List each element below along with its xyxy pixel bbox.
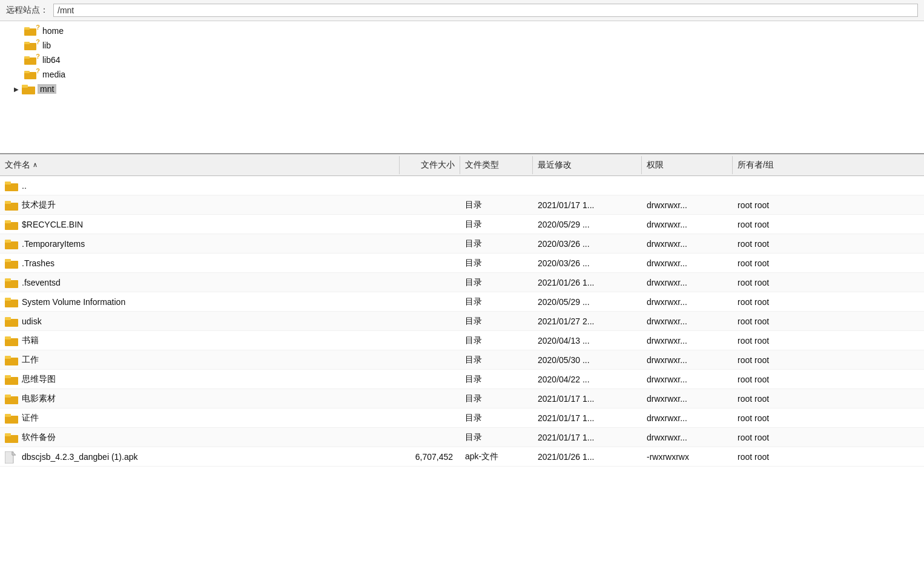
td-name: 技术提升 (0, 197, 400, 213)
svg-rect-19 (5, 259, 11, 262)
remote-path-input[interactable] (53, 4, 918, 17)
td-size (400, 358, 460, 362)
folder-icon-lib64: ? (24, 54, 40, 65)
tree-item-lib64[interactable]: ? lib64 (0, 53, 924, 67)
table-row[interactable]: udisk 目录 2021/01/27 2... drwxrwxr... roo… (0, 312, 924, 331)
tree-item-media[interactable]: ? media (0, 67, 924, 82)
folder-icon (5, 413, 18, 424)
table-row[interactable]: .TemporaryItems 目录 2020/03/26 ... drwxrw… (0, 234, 924, 254)
table-row[interactable]: .Trashes 目录 2020/03/26 ... drwxrwxr... r… (0, 254, 924, 273)
svg-rect-11 (5, 182, 11, 185)
file-name: .TemporaryItems (22, 239, 85, 249)
td-owner: root root (733, 353, 924, 367)
td-permissions: drwxrwxr... (642, 275, 733, 290)
table-row[interactable]: System Volume Information 目录 2020/05/29 … (0, 292, 924, 312)
td-owner: root root (733, 217, 924, 232)
th-permissions[interactable]: 权限 (642, 156, 733, 174)
table-row[interactable]: 软件备份 目录 2021/01/17 1... drwxrwxr... root… (0, 428, 924, 447)
svg-rect-15 (5, 220, 11, 223)
td-permissions: drwxrwxr... (642, 256, 733, 270)
table-row[interactable]: 证件 目录 2021/01/17 1... drwxrwxr... root r… (0, 408, 924, 428)
table-row[interactable]: $RECYCLE.BIN 目录 2020/05/29 ... drwxrwxr.… (0, 215, 924, 234)
td-type: 目录 (460, 372, 533, 387)
th-owner[interactable]: 所有者/组 (733, 156, 924, 174)
td-owner: root root (733, 411, 924, 425)
td-modified: 2020/05/29 ... (533, 295, 642, 309)
file-name: 书籍 (22, 335, 39, 346)
folder-icon-home: ? (24, 25, 40, 36)
td-modified: 2021/01/17 1... (533, 198, 642, 212)
th-name-label: 文件名 (5, 160, 30, 171)
td-size (400, 222, 460, 227)
file-name: 技术提升 (22, 200, 56, 211)
table-row[interactable]: 思维导图 目录 2020/04/22 ... drwxrwxr... root … (0, 370, 924, 389)
svg-rect-7 (24, 71, 30, 73)
td-name: .TemporaryItems (0, 236, 400, 252)
td-size (400, 319, 460, 324)
td-size (400, 261, 460, 266)
question-mark: ? (36, 24, 40, 31)
td-permissions (642, 183, 733, 188)
th-modified[interactable]: 最近修改 (533, 156, 642, 174)
file-name: udisk (22, 316, 42, 326)
th-type[interactable]: 文件类型 (460, 156, 533, 174)
svg-rect-31 (5, 375, 11, 378)
tree-item-mnt[interactable]: ▶ mnt (0, 82, 924, 96)
td-owner: root root (733, 372, 924, 387)
th-size[interactable]: 文件大小 (400, 156, 460, 174)
table-row[interactable]: dbscjsb_4.2.3_dangbei (1).apk 6,707,452 … (0, 447, 924, 467)
tree-item-label-lib64: lib64 (42, 55, 61, 65)
file-name: 软件备份 (22, 432, 56, 443)
td-size (400, 183, 460, 188)
td-permissions: drwxrwxr... (642, 198, 733, 212)
td-owner: root root (733, 333, 924, 348)
td-type: 目录 (460, 313, 533, 329)
sort-arrow-icon: ∧ (33, 161, 38, 169)
td-size (400, 338, 460, 343)
table-row[interactable]: 工作 目录 2020/05/30 ... drwxrwxr... root ro… (0, 350, 924, 370)
td-modified: 2020/04/22 ... (533, 372, 642, 387)
table-row[interactable]: 技术提升 目录 2021/01/17 1... drwxrwxr... root… (0, 195, 924, 215)
file-name: .fseventsd (22, 278, 61, 287)
td-type: 目录 (460, 333, 533, 349)
svg-rect-35 (5, 414, 11, 417)
svg-rect-3 (24, 42, 30, 44)
th-name[interactable]: 文件名 ∧ (0, 156, 400, 174)
main-container: 远程站点： ? home ? (0, 0, 924, 570)
th-modified-label: 最近修改 (538, 160, 572, 171)
folder-icon-media: ? (24, 69, 40, 80)
td-permissions: drwxrwxr... (642, 430, 733, 445)
tree-item-label-lib: lib (42, 41, 51, 50)
td-type: apk-文件 (460, 449, 533, 465)
td-modified: 2020/05/29 ... (533, 217, 642, 232)
tree-item-label-home: home (42, 26, 64, 36)
tree-item-home[interactable]: ? home (0, 24, 924, 38)
td-type: 目录 (460, 352, 533, 368)
td-type: 目录 (460, 236, 533, 252)
tree-item-lib[interactable]: ? lib (0, 38, 924, 53)
td-permissions: drwxrwxr... (642, 314, 733, 329)
td-owner: root root (733, 391, 924, 406)
folder-icon-mnt (22, 84, 35, 94)
folder-icon (5, 296, 18, 307)
td-size (400, 203, 460, 208)
td-type: 目录 (460, 275, 533, 290)
table-row[interactable]: 书籍 目录 2020/04/13 ... drwxrwxr... root ro… (0, 331, 924, 350)
table-row[interactable]: .fseventsd 目录 2021/01/26 1... drwxrwxr..… (0, 273, 924, 292)
svg-rect-27 (5, 336, 11, 339)
file-name: System Volume Information (22, 297, 125, 307)
table-row[interactable]: 电影素材 目录 2021/01/17 1... drwxrwxr... root… (0, 389, 924, 408)
td-type: 目录 (460, 197, 533, 213)
td-name: udisk (0, 313, 400, 329)
folder-icon (5, 393, 18, 404)
expand-arrow-icon[interactable]: ▶ (12, 85, 21, 93)
folder-icon-lib: ? (24, 40, 40, 51)
td-modified: 2020/03/26 ... (533, 237, 642, 251)
svg-rect-21 (5, 278, 11, 281)
table-row[interactable]: .. (0, 176, 924, 195)
td-size (400, 241, 460, 246)
td-modified: 2021/01/17 1... (533, 430, 642, 445)
folder-icon (5, 238, 18, 249)
svg-rect-29 (5, 356, 11, 359)
td-size (400, 377, 460, 382)
